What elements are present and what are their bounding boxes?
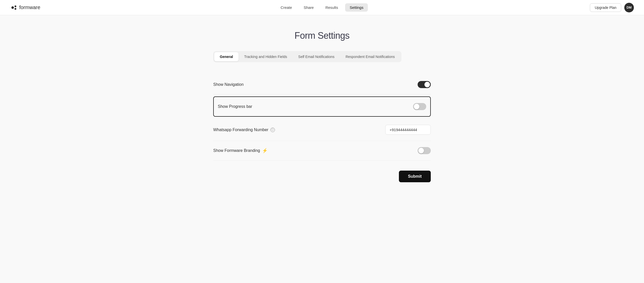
header-nav: Create Share Results Settings (276, 3, 368, 12)
upgrade-plan-button[interactable]: Upgrade Plan (590, 3, 621, 12)
header: formware Create Share Results Settings U… (0, 0, 644, 15)
nav-create[interactable]: Create (276, 3, 296, 12)
header-right: Upgrade Plan DM (590, 3, 634, 12)
show-branding-label: Show Formware Branding ⚡ (213, 148, 268, 153)
tab-respondent-email-notifications[interactable]: Respondent Email Notifications (340, 52, 400, 61)
nav-settings[interactable]: Settings (345, 3, 368, 12)
submit-area: Submit (213, 171, 431, 182)
whatsapp-forwarding-row: Whatsapp Forwarding Number ⓘ (213, 119, 431, 141)
tab-general[interactable]: General (214, 52, 239, 61)
show-progress-bar-label: Show Progress bar (218, 104, 252, 109)
toggle-slider-navigation (418, 81, 431, 88)
nav-share[interactable]: Share (299, 3, 318, 12)
show-branding-toggle[interactable] (418, 147, 431, 154)
tab-tracking-hidden-fields[interactable]: Tracking and Hidden Fields (239, 52, 293, 61)
show-branding-row: Show Formware Branding ⚡ (213, 141, 431, 160)
avatar-button[interactable]: DM (624, 3, 634, 12)
tab-self-email-notifications[interactable]: Self Email Notifications (293, 52, 340, 61)
logo-icon (10, 4, 17, 11)
toggle-slider-progress (413, 103, 426, 110)
svg-point-1 (15, 5, 16, 7)
logo-text: formware (19, 5, 40, 10)
submit-button[interactable]: Submit (399, 171, 431, 182)
logo[interactable]: formware (10, 4, 40, 11)
show-navigation-label: Show Navigation (213, 82, 244, 87)
svg-point-2 (15, 8, 16, 10)
lightning-icon: ⚡ (262, 148, 268, 153)
toggle-slider-branding (418, 147, 431, 154)
tabs-container: General Tracking and Hidden Fields Self … (213, 51, 401, 62)
nav-results[interactable]: Results (321, 3, 342, 12)
show-navigation-row: Show Navigation (213, 75, 431, 94)
whatsapp-forwarding-label: Whatsapp Forwarding Number ⓘ (213, 128, 275, 132)
show-progress-bar-row: Show Progress bar (213, 96, 431, 117)
svg-point-0 (11, 6, 14, 9)
page-title: Form Settings (213, 30, 431, 41)
show-progress-bar-toggle[interactable] (413, 103, 426, 110)
settings-section: Show Navigation Show Progress bar Whatsa… (213, 75, 431, 160)
main-content: Form Settings General Tracking and Hidde… (208, 15, 436, 197)
header-left: formware (10, 4, 40, 11)
whatsapp-info-icon[interactable]: ⓘ (270, 128, 275, 132)
show-navigation-toggle[interactable] (418, 81, 431, 88)
whatsapp-number-input[interactable] (385, 125, 431, 135)
